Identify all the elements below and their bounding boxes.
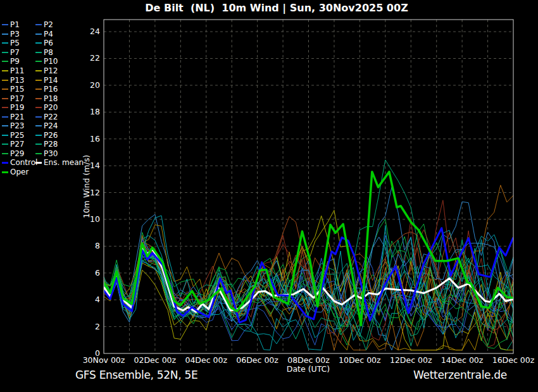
- legend-label: P29: [10, 150, 25, 157]
- y-tick-label-10: 10: [76, 214, 100, 224]
- y-axis-ticks: 024681012141618202224: [76, 0, 100, 392]
- legend-label: P12: [44, 67, 58, 75]
- legend-item-p23: P23: [2, 121, 35, 131]
- legend-swatch: [2, 42, 8, 44]
- y-tick-label-2: 2: [76, 322, 100, 331]
- y-tick-label-6: 6: [76, 268, 100, 278]
- gridlines: [104, 20, 513, 353]
- legend-item-p5: P5: [2, 39, 35, 48]
- legend-label: P20: [44, 104, 58, 111]
- legend-label: P3: [10, 30, 20, 38]
- legend-swatch: [2, 116, 8, 118]
- legend-swatch: [35, 125, 42, 126]
- legend-label: P5: [10, 39, 20, 47]
- x-tick-label-day12: 12Dec 00z: [385, 355, 436, 365]
- y-tick-label-12: 12: [76, 188, 100, 197]
- y-tick-label-14: 14: [76, 161, 100, 170]
- legend-item-p11: P11: [2, 66, 35, 76]
- legend-label: P18: [44, 95, 58, 102]
- legend-swatch: [35, 162, 42, 164]
- legend-swatch: [35, 24, 42, 25]
- footer-brand: Wetterzentrale.de: [413, 369, 507, 381]
- legend-label: P8: [44, 49, 53, 56]
- legend-label: P27: [10, 140, 25, 148]
- legend-label: P7: [10, 49, 20, 56]
- legend-item-p7: P7: [2, 48, 35, 58]
- legend-swatch: [2, 61, 8, 62]
- legend-swatch: [2, 171, 8, 173]
- legend-swatch: [35, 135, 42, 136]
- legend-label: P21: [10, 113, 25, 121]
- legend-item-p13: P13: [2, 75, 35, 85]
- legend-label: Control: [10, 159, 37, 166]
- legend-label: P23: [10, 122, 25, 130]
- x-tick-label-day0: 30Nov 00z: [78, 355, 129, 365]
- legend-label: Oper: [10, 168, 28, 176]
- legend-swatch: [35, 42, 42, 44]
- legend-item-p19: P19: [2, 103, 35, 113]
- legend-item-p27: P27: [2, 140, 35, 149]
- x-tick-label-day10: 10Dec 00z: [334, 355, 385, 365]
- legend-swatch: [35, 52, 42, 53]
- legend-label: P30: [44, 150, 58, 157]
- legend-swatch: [35, 107, 42, 108]
- legend-swatch: [2, 34, 8, 35]
- legend-swatch: [35, 61, 42, 62]
- y-tick-label-16: 16: [76, 134, 100, 144]
- legend-swatch: [2, 153, 8, 154]
- x-tick-label-day8: 08Dec 00z: [284, 355, 334, 365]
- legend-label: P26: [44, 132, 58, 139]
- legend-label: P25: [10, 132, 25, 139]
- gfs-ensemble-chart-page: De Bilt (NL) 10m Wind | Sun, 30Nov2025 0…: [0, 0, 538, 392]
- x-tick-label-day16: 16Dec 00z: [488, 355, 538, 365]
- legend-swatch: [35, 80, 42, 81]
- legend-item-p21: P21: [2, 112, 35, 121]
- legend-label: P16: [44, 85, 58, 93]
- legend-label: P13: [10, 77, 25, 84]
- y-tick-label-18: 18: [76, 107, 100, 116]
- legend-item-p1: P1: [2, 20, 35, 30]
- legend-label: P19: [10, 104, 25, 111]
- legend-swatch: [35, 70, 42, 71]
- y-tick-label-22: 22: [76, 53, 100, 63]
- legend-swatch: [2, 125, 8, 126]
- legend-label: P1: [10, 21, 20, 28]
- legend-item-p25: P25: [2, 131, 35, 140]
- legend-label: P2: [44, 21, 53, 28]
- legend-swatch: [35, 153, 42, 154]
- legend-item-p9: P9: [2, 57, 35, 66]
- legend-item-p17: P17: [2, 94, 35, 103]
- x-axis-ticks: 30Nov 00z02Dec 00z04Dec 00z06Dec 00z08De…: [0, 355, 538, 364]
- legend-label: P10: [44, 58, 58, 65]
- legend: P1P2P3P4P5P6P7P8P9P10P11P12P13P14P15P16P…: [2, 20, 85, 176]
- legend-swatch: [2, 52, 8, 53]
- y-tick-label-20: 20: [76, 80, 100, 90]
- legend-swatch: [35, 98, 42, 99]
- legend-item-oper: Oper: [2, 168, 35, 177]
- legend-swatch: [35, 116, 42, 118]
- legend-swatch: [2, 135, 8, 136]
- legend-swatch: [2, 89, 8, 90]
- legend-swatch: [2, 80, 8, 81]
- legend-label: P17: [10, 95, 25, 102]
- legend-label: P15: [10, 85, 25, 93]
- legend-item-p3: P3: [2, 30, 35, 39]
- x-tick-label-day2: 02Dec 00z: [130, 355, 180, 365]
- y-tick-label-24: 24: [76, 27, 100, 36]
- y-tick-label-8: 8: [76, 241, 100, 250]
- legend-label: P22: [44, 113, 58, 121]
- legend-swatch: [2, 144, 8, 145]
- legend-item-p15: P15: [2, 85, 35, 94]
- legend-item-p29: P29: [2, 149, 35, 159]
- legend-label: P14: [44, 77, 58, 84]
- x-tick-label-day14: 14Dec 00z: [437, 355, 487, 365]
- legend-label: P6: [44, 39, 53, 47]
- y-tick-label-4: 4: [76, 295, 100, 304]
- legend-swatch: [2, 70, 8, 71]
- x-tick-label-day4: 04Dec 00z: [181, 355, 232, 365]
- legend-swatch: [2, 24, 8, 25]
- legend-swatch: [35, 144, 42, 145]
- legend-label: P4: [44, 30, 53, 38]
- legend-swatch: [35, 89, 42, 90]
- legend-item-control: Control: [2, 158, 35, 168]
